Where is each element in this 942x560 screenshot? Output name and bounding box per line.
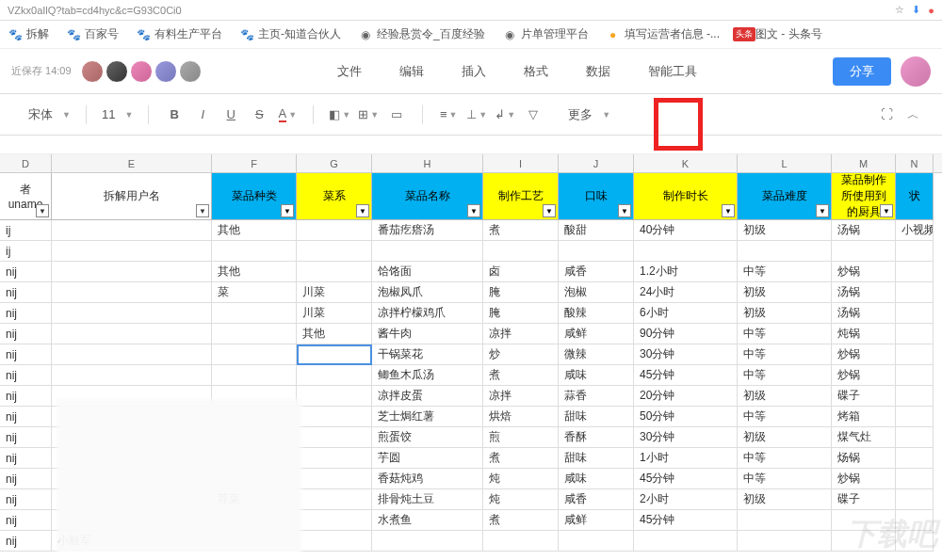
cell[interactable]: 初级 [738,427,832,448]
cell[interactable]: 酸辣 [559,303,634,324]
cell[interactable]: 初级 [738,282,832,303]
cell[interactable]: nij [0,448,52,469]
cell[interactable] [896,407,934,427]
cell[interactable]: 炒锅 [832,365,896,386]
cell[interactable]: 炖锅 [832,324,896,344]
cell[interactable]: nij [0,386,52,407]
cell[interactable] [212,324,297,344]
header-cell-F[interactable]: 菜品种类▼ [212,173,297,220]
cell[interactable] [297,365,372,386]
cell[interactable] [212,344,297,365]
cell[interactable] [896,448,934,469]
user-avatar[interactable] [901,56,931,87]
col-header-L[interactable]: L [738,154,832,172]
cell[interactable] [832,241,896,262]
cell[interactable] [483,531,559,552]
col-header-D[interactable]: D [0,154,52,172]
cell[interactable]: 45分钟 [634,365,738,386]
cell[interactable]: 卤 [483,262,559,282]
cell[interactable] [896,531,934,552]
cell[interactable] [297,427,372,448]
cell[interactable]: 咸香 [559,489,634,510]
cell[interactable] [297,386,372,407]
strike-button[interactable]: S [249,102,269,128]
filter-icon[interactable]: ▼ [816,204,829,217]
cell[interactable]: 酸甜 [559,220,634,241]
cell[interactable]: 甜味 [559,407,634,427]
col-header-G[interactable]: G [297,154,372,172]
cell[interactable]: nij [0,262,52,282]
filter-icon[interactable]: ▼ [543,204,556,217]
header-cell-D[interactable]: 者uname▼ [0,173,52,220]
cell[interactable] [896,469,934,489]
header-cell-J[interactable]: 口味▼ [559,173,634,220]
cell[interactable]: 90分钟 [634,324,738,344]
wrap-button[interactable]: ↲▼ [495,102,515,128]
cell[interactable]: nij [0,407,52,427]
cell[interactable]: 45分钟 [634,510,738,531]
valign-button[interactable]: ⊥▼ [466,102,487,128]
cell[interactable] [896,241,934,262]
cell[interactable]: nij [0,489,52,510]
cell[interactable]: 咸鲜 [559,510,634,531]
menu-智能工具[interactable]: 智能工具 [642,59,703,84]
text-color-button[interactable]: A▼ [277,102,298,128]
bookmark-item[interactable]: ◉经验悬赏令_百度经验 [358,26,485,42]
browser-icon-2[interactable]: ● [928,5,934,16]
cell[interactable]: 初级 [738,489,832,510]
align-button[interactable]: ≡▼ [438,102,459,128]
cell[interactable]: 30分钟 [634,427,738,448]
header-cell-G[interactable]: 菜系▼ [297,173,372,220]
cell[interactable]: 炖 [483,469,559,489]
col-header-N[interactable]: N [896,154,934,172]
cell[interactable] [896,344,934,365]
cell[interactable]: 烤箱 [832,407,896,427]
avatar[interactable] [106,60,128,83]
menu-编辑[interactable]: 编辑 [394,59,430,84]
merge-button[interactable]: ▭ [386,102,407,128]
cell[interactable]: 香酥 [559,427,634,448]
cell[interactable] [832,510,896,531]
bookmark-item[interactable]: 🐾百家号 [66,26,119,42]
cell[interactable]: 6小时 [634,303,738,324]
bold-button[interactable]: B [164,102,185,128]
cell[interactable]: 排骨炖土豆 [372,489,483,510]
cell[interactable] [297,344,372,365]
cell[interactable]: 腌 [483,303,559,324]
cell[interactable] [212,365,297,386]
col-header-F[interactable]: F [212,154,297,172]
filter-icon[interactable]: ▼ [196,204,209,217]
cell[interactable]: 鲫鱼木瓜汤 [372,365,483,386]
filter-icon[interactable]: ▼ [356,204,369,217]
cell[interactable]: ij [0,220,52,241]
filter-icon[interactable]: ▼ [618,204,631,217]
cell[interactable]: 凉拌 [483,386,559,407]
cell[interactable] [52,241,212,262]
cell[interactable]: 煮 [483,448,559,469]
share-button[interactable]: 分享 [833,57,891,86]
cell[interactable]: nij [0,510,52,531]
cell[interactable] [52,262,212,282]
cell[interactable]: 酱牛肉 [372,324,483,344]
cell[interactable] [559,531,634,552]
cell[interactable] [896,386,934,407]
cell[interactable]: 中等 [738,469,832,489]
cell[interactable] [52,344,212,365]
cell[interactable]: 干锅菜花 [372,344,483,365]
cell[interactable] [896,324,934,344]
cell[interactable] [896,282,934,303]
filter-icon[interactable]: ▼ [722,204,735,217]
cell[interactable] [832,531,896,552]
cell[interactable]: 煎 [483,427,559,448]
cell[interactable]: 中等 [738,344,832,365]
cell[interactable]: 初级 [738,303,832,324]
bookmark-item[interactable]: 🐾主页-知道合伙人 [239,26,341,42]
header-cell-H[interactable]: 菜品名称▼ [372,173,483,220]
cell[interactable] [297,510,372,531]
cell[interactable]: 中等 [738,324,832,344]
cell[interactable]: 香菇炖鸡 [372,469,483,489]
cell[interactable]: 微辣 [559,344,634,365]
cell[interactable]: 碟子 [832,489,896,510]
cell[interactable]: 咸味 [559,469,634,489]
cell[interactable]: 1.2小时 [634,262,738,282]
